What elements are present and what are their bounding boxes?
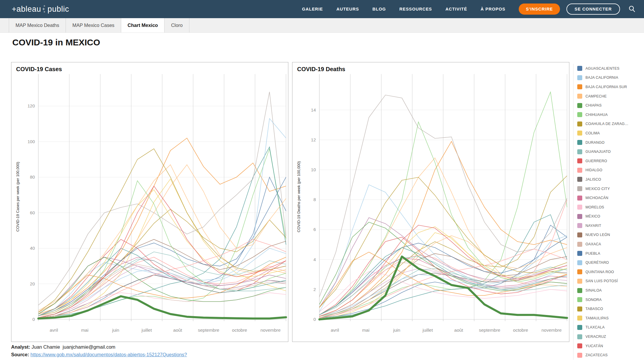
legend-swatch xyxy=(577,260,582,265)
tab-map-mexico-deaths[interactable]: MAP Mexico Deaths xyxy=(9,18,66,32)
legend-swatch xyxy=(577,140,582,145)
legend: AGUASCALIENTESBAJA CALIFORNIABAJA CALIFO… xyxy=(573,64,644,360)
legend-swatch xyxy=(577,353,582,358)
footer: Analyst: Juan Chamie juanjchamie@gmail.c… xyxy=(11,344,187,359)
legend-swatch xyxy=(577,232,582,237)
legend-item[interactable]: QUERÉTARO xyxy=(577,258,644,267)
tab-chart-mexico[interactable]: Chart Mexico xyxy=(121,18,165,32)
signup-button[interactable]: S'INSCRIRE xyxy=(519,4,560,15)
legend-item[interactable]: JALISCO xyxy=(577,175,644,184)
legend-label: COAHUILA DE ZARAG… xyxy=(585,122,628,126)
legend-label: CAMPECHE xyxy=(585,94,607,98)
legend-label: TLAXCALA xyxy=(585,325,605,329)
legend-item[interactable]: HIDALGO xyxy=(577,166,644,175)
legend-swatch xyxy=(577,66,582,71)
legend-item[interactable]: CHIAPAS xyxy=(577,101,644,110)
legend-swatch xyxy=(577,334,582,339)
legend-swatch xyxy=(577,168,582,173)
nav-item-auteurs[interactable]: AUTEURS xyxy=(336,7,359,11)
legend-swatch xyxy=(577,242,582,247)
legend-item[interactable]: NAYARIT xyxy=(577,221,644,230)
legend-item[interactable]: BAJA CALIFORNIA xyxy=(577,73,644,83)
legend-item[interactable]: SINALOA xyxy=(577,286,644,295)
legend-item[interactable]: OAXACA xyxy=(577,239,644,249)
logo-text-left: +ableau xyxy=(12,5,41,14)
source-link[interactable]: https://www.gob.mx/salud/documentos/dato… xyxy=(30,352,187,357)
legend-label: GUANAJUATO xyxy=(585,150,611,154)
legend-label: MORELOS xyxy=(585,205,604,209)
legend-item[interactable]: GUANAJUATO xyxy=(577,147,644,156)
legend-swatch xyxy=(577,251,582,256)
legend-item[interactable]: AGUASCALIENTES xyxy=(577,64,644,73)
page-title: COVID-19 in MEXICO xyxy=(12,37,100,47)
cases-chart-canvas[interactable]: 020406080100120avrilmaijuinjuilletaoûtse… xyxy=(11,62,288,342)
x-month-label: septembre xyxy=(479,328,500,333)
deaths-chart-canvas[interactable]: 02468101214avrilmaijuinjuilletaoûtseptem… xyxy=(292,62,569,342)
legend-item[interactable]: TLAXCALA xyxy=(577,323,644,332)
tab-cloro[interactable]: Cloro xyxy=(165,18,189,32)
legend-item[interactable]: VERACRUZ xyxy=(577,332,644,341)
legend-swatch xyxy=(577,149,582,154)
y-tick-label: 8 xyxy=(314,197,316,202)
legend-item[interactable]: BAJA CALIFORNIA SUR xyxy=(577,82,644,92)
legend-label: BAJA CALIFORNIA SUR xyxy=(585,85,627,89)
nav-item-galerie[interactable]: GALERIE xyxy=(302,7,323,11)
legend-label: SONORA xyxy=(585,298,602,302)
legend-label: VERACRUZ xyxy=(585,335,606,339)
legend-label: ZACATECAS xyxy=(585,353,608,357)
legend-item[interactable]: ZACATECAS xyxy=(577,350,644,360)
legend-item[interactable]: SAN LUIS POTOSÍ xyxy=(577,277,644,286)
search-icon[interactable] xyxy=(628,5,636,13)
legend-label: QUERÉTARO xyxy=(585,261,609,265)
legend-label: OAXACA xyxy=(585,242,601,246)
legend-swatch xyxy=(577,112,582,117)
legend-item[interactable]: MORELOS xyxy=(577,203,644,212)
legend-label: SAN LUIS POTOSÍ xyxy=(585,279,618,283)
page: +ableau+++public GALERIE AUTEURS BLOG RE… xyxy=(0,0,644,363)
legend-item[interactable]: CAMPECHE xyxy=(577,92,644,101)
legend-swatch xyxy=(577,177,582,182)
legend-item[interactable]: CHIHUAHUA xyxy=(577,110,644,119)
x-month-label: avril xyxy=(331,328,339,333)
analyst-email: juanjchamie@gmail.com xyxy=(63,344,115,350)
tab-map-mexico-cases[interactable]: MAP Mexico Cases xyxy=(66,18,121,32)
nav-item-activite[interactable]: ACTIVITÉ xyxy=(446,7,467,11)
nav-item-a-propos[interactable]: À PROPOS xyxy=(481,7,506,11)
legend-item[interactable]: GUERRERO xyxy=(577,156,644,166)
x-month-label: juillet xyxy=(141,328,152,333)
legend-swatch xyxy=(577,84,582,89)
y-tick-label: 120 xyxy=(28,103,35,108)
legend-swatch xyxy=(577,343,582,348)
legend-label: BAJA CALIFORNIA xyxy=(585,76,618,80)
legend-item[interactable]: YUCATÁN xyxy=(577,341,644,351)
legend-item[interactable]: PUEBLA xyxy=(577,249,644,258)
legend-item[interactable]: TABASCO xyxy=(577,304,644,314)
x-month-label: août xyxy=(173,328,182,333)
legend-item[interactable]: MEXICO CITY xyxy=(577,184,644,194)
legend-item[interactable]: DURANGO xyxy=(577,138,644,147)
y-tick-label: 12 xyxy=(311,137,316,142)
nav-item-blog[interactable]: BLOG xyxy=(372,7,386,11)
legend-item[interactable]: COAHUILA DE ZARAG… xyxy=(577,119,644,129)
legend-label: NAYARIT xyxy=(585,224,601,228)
login-button[interactable]: SE CONNECTER xyxy=(566,4,620,15)
nav-item-ressources[interactable]: RESSOURCES xyxy=(399,7,432,11)
legend-swatch xyxy=(577,288,582,293)
legend-swatch xyxy=(577,223,582,228)
footer-analyst-row: Analyst: Juan Chamie juanjchamie@gmail.c… xyxy=(11,344,187,350)
legend-label: TABASCO xyxy=(585,307,603,311)
legend-item[interactable]: TAMAULIPAS xyxy=(577,314,644,323)
legend-item[interactable]: MÉXICO xyxy=(577,212,644,221)
legend-label: SINALOA xyxy=(585,288,602,292)
legend-label: YUCATÁN xyxy=(585,344,603,348)
y-tick-label: 4 xyxy=(314,257,316,262)
legend-item[interactable]: COLIMA xyxy=(577,129,644,138)
x-month-label: novembre xyxy=(542,328,562,333)
y-axis-title: COVID-19 Cases per week (per 100,000) xyxy=(16,162,20,232)
legend-item[interactable]: MICHOACÁN xyxy=(577,193,644,203)
legend-item[interactable]: QUINTANA ROO xyxy=(577,267,644,277)
legend-item[interactable]: SONORA xyxy=(577,295,644,304)
y-tick-label: 80 xyxy=(30,174,35,179)
legend-item[interactable]: NUEVO LEÓN xyxy=(577,230,644,240)
tableau-public-logo[interactable]: +ableau+++public xyxy=(12,4,69,14)
